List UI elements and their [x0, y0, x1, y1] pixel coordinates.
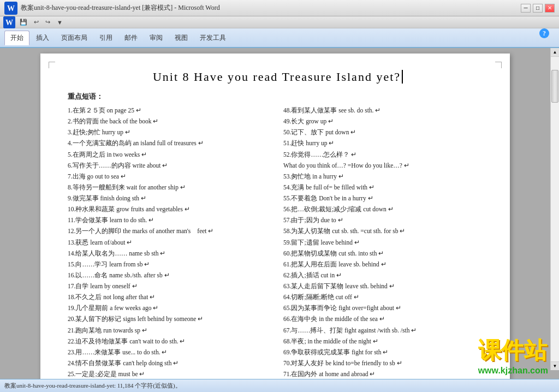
tab-references[interactable]: 引用	[94, 31, 118, 45]
status-text: 教案unit-8-have-you-read-treasure-island-y…	[4, 382, 181, 390]
customize-quick-btn[interactable]: ▼	[55, 19, 65, 26]
vocab-item-13: 13.获悉 learn of/about ↵	[68, 237, 272, 248]
title-text: Unit 8 Have you read Treasure Island yet…	[153, 70, 401, 84]
content-area: Unit 8 Have you read Treasure Island yet…	[0, 48, 550, 379]
vocab-item-20: 20.某人留下的标记 signs left behind by someone …	[68, 313, 272, 324]
vocab-item-48: 48.看到某人做某事 see sb. do sth. ↵	[283, 105, 488, 116]
right-scrollbar[interactable]: ▲ ▼	[550, 48, 559, 370]
tab-developer[interactable]: 开发工具	[194, 31, 231, 45]
vocab-item-69: 69.争取获得或完成某事 fight for sth ↵	[283, 347, 488, 358]
vocab-item-3: 3.赶快;匆忙 hurry up ↵	[68, 127, 272, 138]
vocab-item-10: 10.种水果和蔬菜 grow fruits and vegetables ↵	[68, 204, 272, 215]
scroll-down-arrow[interactable]: ▼	[551, 361, 559, 370]
svg-text:W: W	[7, 4, 15, 13]
title-bar: W 教案unit-8-have-you-read-treasure-island…	[0, 0, 559, 16]
vocab-item-68: 68.半夜; in the middle of the night ↵	[283, 336, 488, 347]
vocab-item-18: 18.不久之后 not long after that ↵	[68, 292, 272, 302]
vocab-item-23: 23.用……来做某事 use... to do sth. ↵	[68, 347, 272, 358]
vocab-item-16: 16.以……命名 name sb./sth. after sb ↵	[68, 270, 272, 281]
vocab-item-66: 66.在海中央 in the middle of the sea ↵	[283, 313, 488, 324]
vocab-item-12: 12.另一个人的脚印 the marks of another man's fe…	[68, 225, 272, 236]
vocab-item-67: 67.与……搏斗、打架 fight against /with sb. /sth…	[283, 325, 488, 336]
tab-start[interactable]: 开始	[4, 31, 29, 45]
vocab-item-54: 54.充满 be full of= be filled with ↵	[283, 182, 488, 193]
watermark-main-text: 课件站	[478, 335, 548, 366]
corner-mark-tr	[495, 62, 502, 68]
vocab-item-15: 15.向……学习 learn from sb ↵	[68, 259, 272, 270]
vocab-item-2: 2.书的背面 the back of the book ↵	[68, 116, 272, 127]
vocab-item-7: 7.出海 go out to sea ↵	[68, 171, 272, 182]
vocab-item-58: 58.为某人切某物 cut sb. sth. =cut sth. for sb …	[283, 225, 488, 236]
vocab-item-25: 25.一定是;必定是 must be ↵	[68, 369, 272, 379]
vocab-item-1: 1.在第２５页 on page 25 ↵	[68, 105, 272, 116]
cursor	[402, 70, 403, 84]
vocab-item-17: 17.自学 learn by oneself ↵	[68, 281, 272, 292]
vocab-item-50: 50.记下、放下 put down ↵	[283, 127, 488, 138]
vocab-item-71: 71.在国内外 at home and abroad ↵	[283, 369, 488, 379]
vocab-item-70: 70.对某人友好 be kind to=be friendly to sb ↵	[283, 358, 488, 369]
tab-view[interactable]: 视图	[169, 31, 193, 45]
vocab-item-11: 11.学会做某事 learn to do sth. ↵	[68, 215, 272, 225]
vocab-item-56: 56.把…砍倒;裁短;减少;缩减 cut down ↵	[283, 204, 488, 215]
tab-review[interactable]: 审阅	[144, 31, 168, 45]
title-bar-controls[interactable]: ─ □ ✕	[521, 4, 555, 13]
vocab-item-19: 19.几个星期前 a few weeks ago ↵	[68, 302, 272, 313]
vocab-item-14: 14.给某人取名为…… name sb sth ↵	[68, 248, 272, 259]
vocab-item-65: 65.因为某事而争论 fight over=fight about ↵	[283, 302, 488, 313]
vocab-item-63: 63.某人走后留下某物 leave sth. behind ↵	[283, 281, 488, 292]
right-column: 48.看到某人做某事 see sb. do sth. ↵ 49.长大 grow …	[281, 105, 488, 379]
redo-quick-btn[interactable]: ↪	[43, 18, 52, 26]
close-button[interactable]: ✕	[545, 4, 555, 13]
tab-insert[interactable]: 插入	[31, 31, 55, 45]
vocab-item-5: 5.在两周之后 in two weeks ↵	[68, 149, 272, 160]
vocab-item-60: 60.把某物切成某物 cut sth. into sth ↵	[283, 248, 488, 259]
maximize-button[interactable]: □	[533, 4, 543, 13]
scroll-up-arrow[interactable]: ▲	[551, 48, 559, 57]
vocab-item-6: 6.写作关于……的内容 write about ↵	[68, 160, 272, 171]
vocab-item-52: 52.你觉得……怎么样？ ↵	[283, 149, 488, 160]
vocab-item-22: 22.迫不及待地做某事 can't wait to do sth. ↵	[68, 336, 272, 347]
help-button[interactable]: ?	[539, 28, 549, 38]
vocab-item-8: 8.等待另一艘船到来 wait for another ship ↵	[68, 182, 272, 193]
vocab-item-24: 24.情不自禁做某事 can't help doing sth ↵	[68, 358, 272, 369]
left-column: 1.在第２５页 on page 25 ↵ 2.书的背面 the back of …	[68, 105, 275, 379]
ribbon: 开始 插入 页面布局 引用 邮件 审阅 视图 开发工具 ?	[0, 28, 559, 48]
vocab-item-61: 61.把某人用在后面 leave sb. behind ↵	[283, 259, 488, 270]
undo-quick-btn[interactable]: ↩	[32, 18, 41, 26]
vocab-columns: 1.在第２５页 on page 25 ↵ 2.书的背面 the back of …	[68, 105, 488, 379]
title-bar-left: W 教案unit-8-have-you-read-treasure-island…	[4, 2, 220, 15]
vocab-item-49: 49.长大 grow up ↵	[283, 116, 488, 127]
tab-layout[interactable]: 页面布局	[56, 31, 93, 45]
window-title: 教案unit-8-have-you-read-treasure-island-y…	[21, 3, 220, 13]
section-heading: 重点短语：	[68, 92, 488, 102]
vocab-item-64: 64.切断;隔断;断绝 cut off ↵	[283, 292, 488, 302]
tab-mailings[interactable]: 邮件	[119, 31, 143, 45]
vocab-item-53: 53.匆忙地 in a hurry ↵	[283, 171, 488, 182]
watermark-url-text: www.kjzhan.com	[478, 366, 548, 376]
vocab-item-51: 51.赶快 hurry up ↵	[283, 138, 488, 149]
vocab-item-62: 62.插入;插话 cut in ↵	[283, 270, 488, 281]
vocab-item-4: 4.一个充满宝藏的岛屿 an island full of treasures …	[68, 138, 272, 149]
watermark: 课件站 www.kjzhan.com	[478, 335, 548, 376]
vocab-item-59: 59.留下;遗留 leave behind ↵	[283, 237, 488, 248]
document-page[interactable]: Unit 8 Have you read Treasure Island yet…	[40, 54, 510, 379]
save-quick-btn[interactable]: 💾	[17, 18, 29, 26]
vocab-item-21: 21.跑向某地 run towards sp ↵	[68, 325, 272, 336]
vocab-item-9: 9.做完某事 finish doing sth ↵	[68, 193, 272, 204]
status-bar: 教案unit-8-have-you-read-treasure-island-y…	[0, 379, 559, 392]
quick-access-toolbar: W 💾 ↩ ↪ ▼	[0, 16, 559, 28]
document-title: Unit 8 Have you read Treasure Island yet…	[68, 70, 488, 84]
corner-mark-tl	[49, 62, 55, 68]
vocab-item-52b: What do you think of…? =How do you like……	[283, 160, 488, 171]
word-icon: W	[4, 2, 17, 15]
word-logo: W	[3, 16, 15, 28]
vocab-item-57: 57.由于;因为 due to ↵	[283, 215, 488, 225]
scrollbar-thumb[interactable]	[551, 70, 558, 103]
vocab-item-55: 55.不要着急 Don't be in a hurry ↵	[283, 193, 488, 204]
minimize-button[interactable]: ─	[521, 4, 531, 13]
svg-text:W: W	[5, 19, 13, 27]
